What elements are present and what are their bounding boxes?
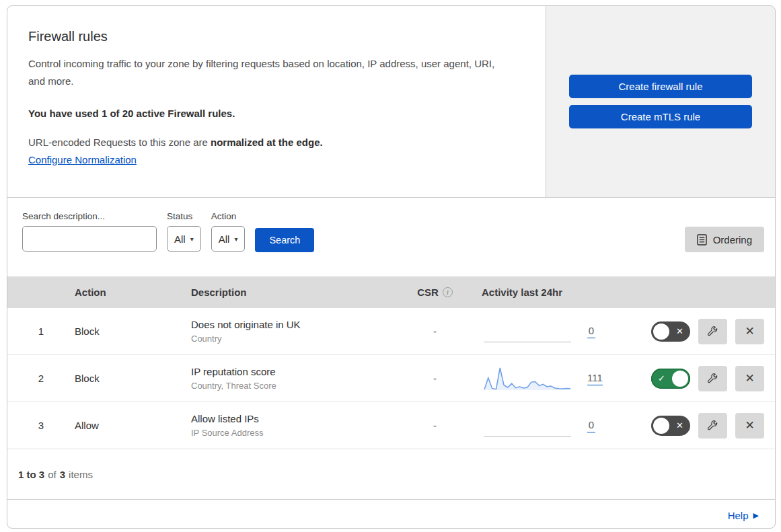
arrow-right-icon: ▶ <box>753 511 759 520</box>
rule-description-cell: Does not originate in UK Country <box>191 319 413 344</box>
ordering-button[interactable]: Ordering <box>685 227 764 252</box>
summary-total: 3 <box>60 469 65 480</box>
help-bar: Help ▶ <box>7 499 775 529</box>
rule-enabled-toggle[interactable]: ✕ <box>651 321 690 342</box>
rule-controls: ✓ ✕ <box>651 366 775 391</box>
search-label: Search description... <box>22 211 157 221</box>
edit-rule-button[interactable] <box>698 413 727 439</box>
activity-sparkline <box>484 365 571 392</box>
rule-fields: Country, Threat Score <box>191 381 413 391</box>
help-label: Help <box>728 510 749 521</box>
rule-enabled-toggle[interactable]: ✓ <box>651 369 690 389</box>
status-select[interactable]: All ▾ <box>167 226 201 252</box>
activity-count-link[interactable]: 0 <box>587 419 595 432</box>
activity-count-link[interactable]: 111 <box>587 372 603 385</box>
rule-number: 1 <box>7 326 75 337</box>
table-row: 1 Block Does not originate in UK Country… <box>7 308 775 355</box>
delete-rule-button[interactable]: ✕ <box>735 413 764 439</box>
rule-description: Allow listed IPs <box>191 413 413 424</box>
usage-summary: You have used 1 of 20 active Firewall ru… <box>28 108 519 119</box>
actions-panel: Create firewall rule Create mTLS rule <box>546 6 775 197</box>
table-header: Action Description CSR i Activity last 2… <box>7 276 775 308</box>
wrench-icon <box>706 372 719 385</box>
table-row: 3 Allow Allow listed IPs IP Source Addre… <box>7 402 775 449</box>
rule-csr-value: - <box>413 420 457 431</box>
page-description: Control incoming traffic to your zone by… <box>28 55 507 91</box>
action-selected-value: All <box>219 233 230 245</box>
configure-normalization-link[interactable]: Configure Normalization <box>28 154 137 165</box>
wrench-icon <box>706 419 719 432</box>
status-filter-group: Status All ▾ <box>167 211 201 252</box>
rule-fields: IP Source Address <box>191 428 413 438</box>
search-button-group: Search <box>255 227 314 252</box>
rule-number: 2 <box>7 373 75 384</box>
search-input-wrapper <box>22 226 157 252</box>
csr-header-label: CSR <box>417 287 439 298</box>
toggle-knob <box>653 324 669 340</box>
edit-rule-button[interactable] <box>698 319 727 344</box>
status-label: Status <box>167 211 201 221</box>
rule-description-cell: Allow listed IPs IP Source Address <box>191 413 413 438</box>
activity-sparkline-empty <box>484 318 571 345</box>
rule-activity-cell: 111 <box>457 365 651 392</box>
rule-description: IP reputation score <box>191 366 413 377</box>
rule-action: Block <box>75 326 191 337</box>
rule-controls: ✕ ✕ <box>651 319 775 344</box>
rule-csr-value: - <box>413 326 457 337</box>
create-mtls-rule-button[interactable]: Create mTLS rule <box>569 105 752 128</box>
activity-count-link[interactable]: 0 <box>587 325 595 338</box>
list-document-icon <box>697 234 707 245</box>
toggle-knob <box>672 371 688 387</box>
header-section: Firewall rules Control incoming traffic … <box>7 6 775 198</box>
toggle-on-check-icon: ✓ <box>658 373 665 383</box>
normalization-text: URL-encoded Requests to this zone are <box>28 137 208 148</box>
rule-action: Allow <box>75 420 191 431</box>
search-input[interactable] <box>35 233 157 244</box>
filter-bar: Search description... Status All ▾ Actio… <box>7 198 775 276</box>
rule-description: Does not originate in UK <box>191 319 413 330</box>
close-icon: ✕ <box>745 418 754 432</box>
column-header-action: Action <box>75 287 191 298</box>
search-group: Search description... <box>22 211 157 252</box>
rule-activity-cell: 0 <box>457 412 651 439</box>
search-button[interactable]: Search <box>255 228 314 252</box>
delete-rule-button[interactable]: ✕ <box>735 319 764 344</box>
help-link[interactable]: Help ▶ <box>728 510 759 521</box>
toggle-knob <box>653 418 669 434</box>
delete-rule-button[interactable]: ✕ <box>735 366 764 391</box>
activity-sparkline-empty <box>484 412 571 439</box>
rule-controls: ✕ ✕ <box>651 413 775 439</box>
wrench-icon <box>706 325 719 338</box>
chevron-down-icon: ▾ <box>234 235 237 243</box>
action-select[interactable]: All ▾ <box>211 226 246 252</box>
pagination-summary: 1 to 3 of 3 items <box>7 449 775 499</box>
chevron-down-icon: ▾ <box>190 235 194 243</box>
toggle-off-x-icon: ✕ <box>676 420 683 430</box>
toggle-off-x-icon: ✕ <box>676 326 683 336</box>
column-header-activity: Activity last 24hr <box>457 287 651 298</box>
page-title: Firewall rules <box>28 29 519 44</box>
close-icon: ✕ <box>745 324 754 338</box>
summary-items: items <box>69 469 93 480</box>
rule-description-cell: IP reputation score Country, Threat Scor… <box>191 366 413 391</box>
create-firewall-rule-button[interactable]: Create firewall rule <box>569 75 752 98</box>
table-row: 2 Block IP reputation score Country, Thr… <box>7 355 775 402</box>
rule-action: Block <box>75 373 191 384</box>
action-filter-group: Action All ▾ <box>211 211 246 252</box>
summary-range: 1 to 3 <box>18 469 44 480</box>
rule-enabled-toggle[interactable]: ✕ <box>651 416 690 436</box>
close-icon: ✕ <box>745 371 754 385</box>
column-header-csr: CSR i <box>413 287 457 298</box>
info-icon[interactable]: i <box>443 287 453 297</box>
edit-rule-button[interactable] <box>698 366 727 391</box>
rule-number: 3 <box>7 420 75 431</box>
normalization-bold: normalized at the edge. <box>211 137 323 148</box>
normalization-note: URL-encoded Requests to this zone are no… <box>28 137 519 148</box>
ordering-button-label: Ordering <box>713 234 752 245</box>
status-selected-value: All <box>174 233 186 245</box>
rule-fields: Country <box>191 334 413 344</box>
header-text-block: Firewall rules Control incoming traffic … <box>7 6 546 197</box>
rule-csr-value: - <box>413 373 457 384</box>
rule-activity-cell: 0 <box>457 318 651 345</box>
column-header-description: Description <box>191 287 413 298</box>
